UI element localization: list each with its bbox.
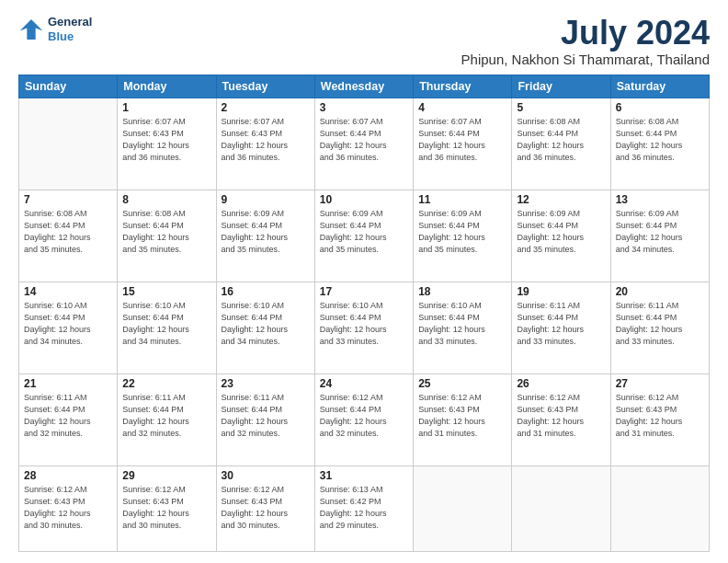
calendar-day-cell: 12Sunrise: 6:09 AM Sunset: 6:44 PM Dayli… xyxy=(512,190,610,282)
calendar-day-cell: 18Sunrise: 6:10 AM Sunset: 6:44 PM Dayli… xyxy=(414,282,512,373)
day-info: Sunrise: 6:10 AM Sunset: 6:44 PM Dayligh… xyxy=(122,300,210,348)
calendar-day-cell: 8Sunrise: 6:08 AM Sunset: 6:44 PM Daylig… xyxy=(118,190,216,282)
day-info: Sunrise: 6:12 AM Sunset: 6:43 PM Dayligh… xyxy=(616,392,704,440)
calendar-day-cell: 30Sunrise: 6:12 AM Sunset: 6:43 PM Dayli… xyxy=(216,465,314,551)
calendar-header-tuesday: Tuesday xyxy=(216,75,314,98)
page: General Blue July 2024 Phipun, Nakhon Si… xyxy=(0,0,728,563)
calendar-header-sunday: Sunday xyxy=(19,75,118,98)
calendar-day-cell: 13Sunrise: 6:09 AM Sunset: 6:44 PM Dayli… xyxy=(610,190,709,282)
calendar-day-cell: 7Sunrise: 6:08 AM Sunset: 6:44 PM Daylig… xyxy=(19,190,118,282)
day-info: Sunrise: 6:12 AM Sunset: 6:44 PM Dayligh… xyxy=(320,392,408,440)
calendar-day-cell: 25Sunrise: 6:12 AM Sunset: 6:43 PM Dayli… xyxy=(414,373,512,465)
day-info: Sunrise: 6:08 AM Sunset: 6:44 PM Dayligh… xyxy=(517,116,605,164)
svg-marker-0 xyxy=(20,19,43,40)
calendar-day-cell: 16Sunrise: 6:10 AM Sunset: 6:44 PM Dayli… xyxy=(216,282,314,373)
day-info: Sunrise: 6:12 AM Sunset: 6:43 PM Dayligh… xyxy=(24,484,112,532)
day-number: 13 xyxy=(616,193,704,206)
day-info: Sunrise: 6:12 AM Sunset: 6:43 PM Dayligh… xyxy=(517,392,605,440)
header: General Blue July 2024 Phipun, Nakhon Si… xyxy=(18,15,710,67)
day-number: 9 xyxy=(222,193,310,206)
day-number: 12 xyxy=(517,193,605,206)
day-info: Sunrise: 6:12 AM Sunset: 6:43 PM Dayligh… xyxy=(418,392,506,440)
day-number: 10 xyxy=(320,193,408,206)
calendar-header-row: SundayMondayTuesdayWednesdayThursdayFrid… xyxy=(19,75,710,98)
day-info: Sunrise: 6:08 AM Sunset: 6:44 PM Dayligh… xyxy=(122,208,210,256)
calendar-day-cell: 28Sunrise: 6:12 AM Sunset: 6:43 PM Dayli… xyxy=(19,465,118,551)
calendar-day-cell: 4Sunrise: 6:07 AM Sunset: 6:44 PM Daylig… xyxy=(414,98,512,190)
calendar-day-cell: 27Sunrise: 6:12 AM Sunset: 6:43 PM Dayli… xyxy=(610,373,709,465)
day-number: 16 xyxy=(222,285,310,298)
calendar-day-cell: 23Sunrise: 6:11 AM Sunset: 6:44 PM Dayli… xyxy=(216,373,314,465)
day-number: 5 xyxy=(517,101,605,114)
day-info: Sunrise: 6:13 AM Sunset: 6:42 PM Dayligh… xyxy=(320,484,408,532)
day-info: Sunrise: 6:12 AM Sunset: 6:43 PM Dayligh… xyxy=(222,484,310,532)
day-info: Sunrise: 6:11 AM Sunset: 6:44 PM Dayligh… xyxy=(517,300,605,348)
day-number: 11 xyxy=(418,193,506,206)
day-number: 15 xyxy=(122,285,210,298)
day-info: Sunrise: 6:07 AM Sunset: 6:44 PM Dayligh… xyxy=(418,116,506,164)
logo-line2: Blue xyxy=(48,29,74,43)
day-info: Sunrise: 6:09 AM Sunset: 6:44 PM Dayligh… xyxy=(222,208,310,256)
calendar-day-cell: 17Sunrise: 6:10 AM Sunset: 6:44 PM Dayli… xyxy=(314,282,413,373)
day-number: 26 xyxy=(517,377,605,390)
day-info: Sunrise: 6:10 AM Sunset: 6:44 PM Dayligh… xyxy=(320,300,408,348)
calendar-header-monday: Monday xyxy=(118,75,216,98)
day-number: 30 xyxy=(222,469,310,482)
calendar-day-cell: 9Sunrise: 6:09 AM Sunset: 6:44 PM Daylig… xyxy=(216,190,314,282)
day-number: 31 xyxy=(320,469,408,482)
title-block: July 2024 Phipun, Nakhon Si Thammarat, T… xyxy=(461,15,710,67)
calendar-day-cell: 24Sunrise: 6:12 AM Sunset: 6:44 PM Dayli… xyxy=(314,373,413,465)
calendar-day-cell xyxy=(19,98,118,190)
calendar-day-cell: 22Sunrise: 6:11 AM Sunset: 6:44 PM Dayli… xyxy=(118,373,216,465)
day-info: Sunrise: 6:07 AM Sunset: 6:43 PM Dayligh… xyxy=(222,116,310,164)
day-number: 6 xyxy=(616,101,704,114)
day-number: 3 xyxy=(320,101,408,114)
calendar-week-row: 14Sunrise: 6:10 AM Sunset: 6:44 PM Dayli… xyxy=(19,282,710,373)
calendar-day-cell: 1Sunrise: 6:07 AM Sunset: 6:43 PM Daylig… xyxy=(118,98,216,190)
day-number: 1 xyxy=(122,101,210,114)
calendar-day-cell: 29Sunrise: 6:12 AM Sunset: 6:43 PM Dayli… xyxy=(118,465,216,551)
day-info: Sunrise: 6:08 AM Sunset: 6:44 PM Dayligh… xyxy=(616,116,704,164)
calendar-header-thursday: Thursday xyxy=(414,75,512,98)
calendar-week-row: 28Sunrise: 6:12 AM Sunset: 6:43 PM Dayli… xyxy=(19,465,710,551)
day-number: 8 xyxy=(122,193,210,206)
calendar-week-row: 21Sunrise: 6:11 AM Sunset: 6:44 PM Dayli… xyxy=(19,373,710,465)
calendar-day-cell: 15Sunrise: 6:10 AM Sunset: 6:44 PM Dayli… xyxy=(118,282,216,373)
day-number: 18 xyxy=(418,285,506,298)
calendar-day-cell: 10Sunrise: 6:09 AM Sunset: 6:44 PM Dayli… xyxy=(314,190,413,282)
day-info: Sunrise: 6:10 AM Sunset: 6:44 PM Dayligh… xyxy=(24,300,112,348)
day-info: Sunrise: 6:10 AM Sunset: 6:44 PM Dayligh… xyxy=(222,300,310,348)
month-title: July 2024 xyxy=(461,15,710,52)
calendar-day-cell: 14Sunrise: 6:10 AM Sunset: 6:44 PM Dayli… xyxy=(19,282,118,373)
day-info: Sunrise: 6:10 AM Sunset: 6:44 PM Dayligh… xyxy=(418,300,506,348)
day-number: 4 xyxy=(418,101,506,114)
calendar-header-wednesday: Wednesday xyxy=(314,75,413,98)
calendar-week-row: 1Sunrise: 6:07 AM Sunset: 6:43 PM Daylig… xyxy=(19,98,710,190)
day-number: 21 xyxy=(24,377,112,390)
day-info: Sunrise: 6:11 AM Sunset: 6:44 PM Dayligh… xyxy=(122,392,210,440)
calendar-header-friday: Friday xyxy=(512,75,610,98)
calendar-day-cell: 21Sunrise: 6:11 AM Sunset: 6:44 PM Dayli… xyxy=(19,373,118,465)
day-info: Sunrise: 6:11 AM Sunset: 6:44 PM Dayligh… xyxy=(616,300,704,348)
calendar-day-cell xyxy=(414,465,512,551)
day-number: 14 xyxy=(24,285,112,298)
day-info: Sunrise: 6:09 AM Sunset: 6:44 PM Dayligh… xyxy=(418,208,506,256)
calendar-day-cell: 2Sunrise: 6:07 AM Sunset: 6:43 PM Daylig… xyxy=(216,98,314,190)
day-number: 28 xyxy=(24,469,112,482)
day-number: 22 xyxy=(122,377,210,390)
day-number: 17 xyxy=(320,285,408,298)
day-number: 24 xyxy=(320,377,408,390)
day-number: 29 xyxy=(122,469,210,482)
day-number: 27 xyxy=(616,377,704,390)
day-info: Sunrise: 6:12 AM Sunset: 6:43 PM Dayligh… xyxy=(122,484,210,532)
calendar-day-cell: 19Sunrise: 6:11 AM Sunset: 6:44 PM Dayli… xyxy=(512,282,610,373)
day-info: Sunrise: 6:09 AM Sunset: 6:44 PM Dayligh… xyxy=(517,208,605,256)
calendar-header-saturday: Saturday xyxy=(610,75,709,98)
day-info: Sunrise: 6:11 AM Sunset: 6:44 PM Dayligh… xyxy=(24,392,112,440)
day-info: Sunrise: 6:11 AM Sunset: 6:44 PM Dayligh… xyxy=(222,392,310,440)
calendar-day-cell: 6Sunrise: 6:08 AM Sunset: 6:44 PM Daylig… xyxy=(610,98,709,190)
calendar-week-row: 7Sunrise: 6:08 AM Sunset: 6:44 PM Daylig… xyxy=(19,190,710,282)
calendar-day-cell: 11Sunrise: 6:09 AM Sunset: 6:44 PM Dayli… xyxy=(414,190,512,282)
logo: General Blue xyxy=(18,15,92,43)
day-number: 7 xyxy=(24,193,112,206)
